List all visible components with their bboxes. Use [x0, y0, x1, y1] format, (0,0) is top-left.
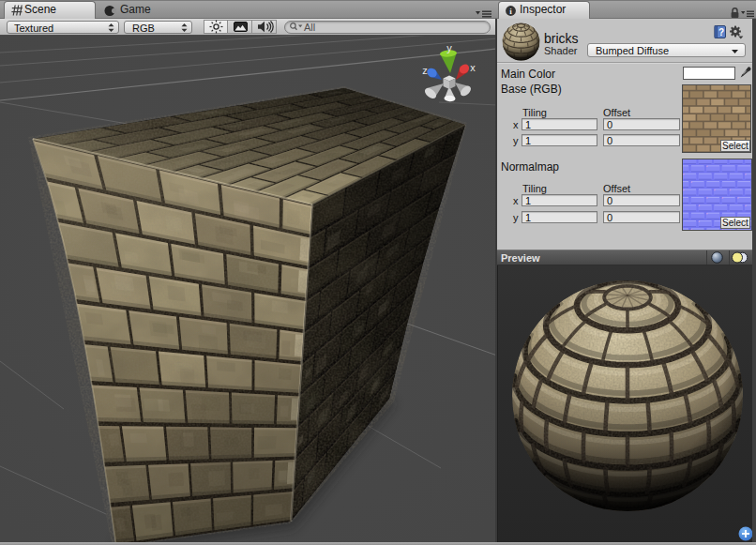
svg-text:x: x	[470, 62, 476, 73]
svg-text:y: y	[446, 42, 452, 53]
svg-text:?: ?	[718, 27, 724, 38]
svg-text:z: z	[422, 65, 428, 76]
